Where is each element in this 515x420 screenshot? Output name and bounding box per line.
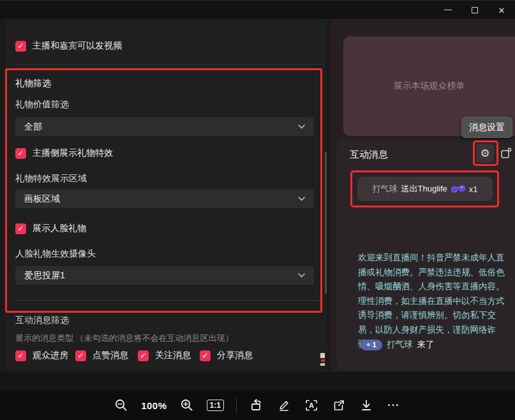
video-permission-checkbox-row: ✓ 主播和嘉宾可以发视频: [15, 40, 122, 52]
diamond-icon: ◆: [366, 342, 370, 347]
check-icon: ✓: [202, 352, 208, 359]
zoom-in-button[interactable]: [179, 396, 195, 415]
effect-area-select[interactable]: 画板区域: [15, 190, 314, 208]
zoom-out-button[interactable]: [114, 396, 129, 415]
check-icon: ✓: [77, 352, 84, 359]
chevron-down-icon: [298, 197, 305, 201]
gift-value-select[interactable]: 全部: [15, 117, 314, 136]
edit-button[interactable]: [276, 396, 292, 415]
close-button[interactable]: ✕: [488, 1, 515, 20]
section-divider: [15, 64, 324, 64]
checkbox-video-permission[interactable]: ✓: [15, 41, 26, 52]
actual-size-icon: 1:1: [207, 400, 224, 411]
check-icon: ✓: [17, 352, 24, 359]
ellipsis-icon: ···: [387, 400, 399, 411]
sunglasses-gift-icon: [451, 184, 466, 194]
viewer-enter-label: 观众进房: [33, 350, 68, 361]
effect-area-select-value: 画板区域: [24, 193, 298, 205]
popout-icon: [500, 147, 512, 160]
check-icon: ✓: [140, 352, 146, 359]
gift-value-select-value: 全部: [24, 121, 298, 133]
toolbar-divider: [236, 398, 237, 412]
actual-size-button[interactable]: 1:1: [207, 396, 224, 415]
anchor-effect-label: 主播侧展示礼物特效: [33, 147, 113, 159]
effect-area-label: 礼物特效展示区域: [15, 173, 87, 184]
checkbox-like-message[interactable]: ✓: [75, 350, 86, 361]
anchor-effect-checkbox-row: ✓ 主播侧展示礼物特效: [15, 147, 113, 159]
titlebar: — ✕: [0, 0, 515, 19]
enter-message-action: 来了: [417, 339, 435, 350]
message-settings-tooltip: 消息设置: [461, 117, 512, 138]
download-icon: [359, 398, 373, 412]
popout-button[interactable]: [500, 147, 512, 160]
gift-message-count: x1: [469, 184, 478, 194]
zoom-out-icon: [114, 398, 128, 412]
checkbox-anchor-effect[interactable]: ✓: [15, 148, 26, 159]
settings-scrollbar[interactable]: [325, 152, 327, 294]
gift-filter-title: 礼物筛选: [15, 78, 51, 89]
text-recognition-icon: A: [304, 398, 318, 412]
room-announcement-text: 欢迎来到直播间！抖音严禁未成年人直播或礼物消费。严禁违法违规、低俗色情、吸烟酗酒…: [358, 251, 512, 352]
section-divider: [15, 300, 322, 301]
enter-message-user: 打气球: [387, 339, 413, 350]
gift-message-user: 打气球: [373, 183, 398, 195]
interactive-message-title: 互动消息: [350, 149, 388, 161]
share-message-label: 分享消息: [217, 350, 253, 361]
msgtype-share-checkbox-row: ✓ 分享消息: [200, 350, 253, 361]
level-badge: ◆ 1: [361, 340, 382, 350]
gift-value-filter-label: 礼物价值筛选: [15, 99, 69, 110]
gift-message-action: 送出Thuglife: [401, 183, 447, 195]
screen-artifact: [320, 352, 326, 366]
face-camera-label: 人脸礼物生效摄像头: [15, 248, 96, 260]
download-button[interactable]: [359, 396, 374, 415]
share-icon: [332, 398, 346, 412]
checkbox-share-message[interactable]: ✓: [200, 350, 211, 361]
rotate-icon: [250, 398, 264, 412]
minimize-button[interactable]: —: [435, 1, 461, 20]
face-camera-select[interactable]: 爱思投屏1: [15, 266, 314, 285]
rotate-button[interactable]: [249, 396, 264, 415]
checkbox-face-gift[interactable]: ✓: [15, 223, 26, 234]
zoom-in-icon: [180, 398, 194, 412]
maximize-button[interactable]: [461, 1, 488, 20]
share-button[interactable]: [331, 396, 347, 415]
check-icon: ✓: [17, 42, 24, 50]
chevron-down-icon: [298, 273, 305, 278]
face-gift-checkbox-row: ✓ 展示人脸礼物: [15, 223, 86, 234]
video-permission-label: 主播和嘉宾可以发视频: [33, 40, 122, 52]
close-icon: ✕: [498, 6, 505, 15]
gift-message-item: 打气球 送出Thuglife x1: [357, 177, 493, 201]
maximize-icon: [472, 7, 478, 13]
like-message-label: 点赞消息: [93, 350, 128, 361]
ocr-button[interactable]: A: [304, 396, 319, 415]
message-filter-title: 互动消息筛选: [15, 315, 69, 326]
image-viewer-toolbar: 100% 1:1: [0, 391, 515, 420]
follow-message-label: 关注消息: [155, 350, 191, 361]
checkbox-follow-message[interactable]: ✓: [138, 350, 149, 361]
tooltip-text: 消息设置: [469, 122, 505, 133]
zoom-level-text: 100%: [141, 400, 167, 411]
gear-icon: ⚙: [480, 148, 489, 159]
check-icon: ✓: [17, 149, 24, 157]
message-settings-button[interactable]: ⚙: [476, 144, 494, 163]
level-badge-number: 1: [373, 341, 377, 349]
msgtype-follow-checkbox-row: ✓ 关注消息: [138, 350, 191, 361]
more-button[interactable]: ···: [386, 396, 401, 415]
message-filter-subtitle: 展示的消息类型 （未勾选的消息将不会在互动消息区出现）: [15, 333, 234, 344]
enter-message-item: ◆ 1 打气球 来了: [361, 339, 435, 350]
window-controls: — ✕: [435, 1, 515, 20]
ranking-placeholder-text: 展示本场观众榜单: [394, 80, 465, 92]
msgtype-enter-checkbox-row: ✓ 观众进房: [15, 350, 68, 361]
pencil-icon: [277, 398, 291, 412]
check-icon: ✓: [17, 225, 24, 232]
bottom-gap-strip: [0, 371, 515, 391]
face-camera-select-value: 爱思投屏1: [24, 270, 298, 281]
face-gift-label: 展示人脸礼物: [33, 223, 86, 234]
msgtype-like-checkbox-row: ✓ 点赞消息: [75, 350, 128, 361]
app-window: — ✕ ✓ 主播和嘉宾可以发视频 礼物筛选 礼物价值筛选 全部 ✓ 主播侧展示礼…: [0, 0, 515, 420]
minimize-icon: —: [444, 6, 452, 13]
checkbox-viewer-enter[interactable]: ✓: [15, 350, 26, 361]
chevron-down-icon: [298, 124, 305, 129]
svg-text:A: A: [309, 401, 314, 409]
